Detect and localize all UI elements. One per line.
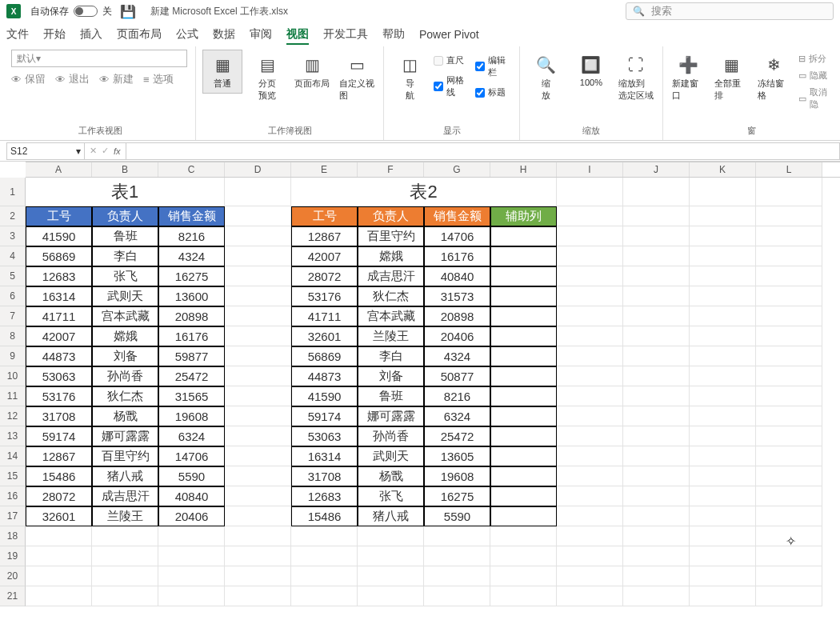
cancel-formula-icon[interactable]: ✕ (90, 146, 97, 156)
cell[interactable]: 12867 (291, 226, 358, 246)
cell[interactable] (623, 178, 690, 206)
cell[interactable] (225, 426, 291, 446)
cell[interactable] (92, 526, 158, 546)
cell[interactable] (623, 226, 690, 246)
cell[interactable] (225, 526, 291, 546)
cell[interactable] (557, 326, 623, 346)
split-button[interactable]: ⊟ 拆分 (798, 53, 834, 65)
cell[interactable]: 56869 (26, 246, 92, 266)
cell[interactable] (756, 546, 822, 566)
zoom-button[interactable]: 🔍缩 放 (526, 50, 566, 106)
cell[interactable]: 猪八戒 (92, 466, 158, 486)
cell[interactable]: 12683 (291, 486, 358, 506)
row-header-16[interactable]: 16 (0, 486, 26, 506)
cell[interactable]: 百里守约 (92, 446, 158, 466)
cell[interactable]: 娜可露露 (92, 426, 158, 446)
cell[interactable] (690, 426, 756, 446)
tab-powerpivot[interactable]: Power Pivot (419, 28, 479, 41)
cell[interactable] (756, 566, 822, 586)
table1-header[interactable]: 销售金额 (158, 206, 225, 226)
autosave-switch-icon[interactable] (74, 6, 98, 17)
cell[interactable] (225, 226, 291, 246)
cell[interactable] (557, 446, 623, 466)
cell[interactable]: 42007 (291, 246, 358, 266)
table1-header[interactable]: 工号 (26, 206, 92, 226)
cell[interactable] (756, 446, 822, 466)
cell[interactable]: 16176 (424, 246, 490, 266)
new-window-button[interactable]: ➕新建窗口 (670, 50, 708, 106)
cell[interactable] (291, 526, 358, 546)
cell[interactable] (26, 526, 92, 546)
cell[interactable] (557, 566, 623, 586)
cell[interactable] (557, 346, 623, 366)
cell[interactable] (225, 286, 291, 306)
row-header-1[interactable]: 1 (0, 178, 26, 206)
row-header-15[interactable]: 15 (0, 466, 26, 486)
cell[interactable]: 53176 (291, 286, 358, 306)
cell[interactable]: 8216 (158, 226, 225, 246)
search-input[interactable]: 🔍 搜索 (626, 2, 834, 20)
cell[interactable] (756, 346, 822, 366)
table2-header[interactable]: 工号 (291, 206, 358, 226)
cell[interactable] (756, 586, 822, 606)
cell[interactable] (557, 306, 623, 326)
cell[interactable] (557, 486, 623, 506)
tab-data[interactable]: 数据 (213, 27, 235, 42)
cell[interactable] (623, 466, 690, 486)
cell[interactable]: 41590 (26, 226, 92, 246)
cell[interactable] (225, 246, 291, 266)
cell[interactable] (424, 566, 490, 586)
table2-header[interactable]: 销售金额 (424, 206, 490, 226)
cell[interactable]: 兰陵王 (358, 326, 424, 346)
cell[interactable]: 张飞 (358, 486, 424, 506)
cell[interactable] (490, 266, 557, 286)
cell[interactable] (358, 546, 424, 566)
cell[interactable] (557, 526, 623, 546)
cell[interactable]: 32601 (291, 326, 358, 346)
cell[interactable] (690, 206, 756, 226)
cell[interactable] (490, 346, 557, 366)
cell[interactable] (26, 546, 92, 566)
cell[interactable] (291, 546, 358, 566)
cell[interactable]: 狄仁杰 (358, 286, 424, 306)
cell[interactable] (623, 386, 690, 406)
cell[interactable] (690, 246, 756, 266)
cell[interactable] (158, 566, 225, 586)
cell[interactable]: 杨戬 (358, 466, 424, 486)
column-header-E[interactable]: E (291, 162, 358, 177)
tab-file[interactable]: 文件 (6, 27, 29, 42)
cell[interactable]: 41711 (26, 306, 92, 326)
cell[interactable]: 41711 (291, 306, 358, 326)
cell[interactable] (756, 466, 822, 486)
cell[interactable] (225, 346, 291, 366)
cell[interactable] (92, 566, 158, 586)
cell[interactable] (26, 586, 92, 606)
cell[interactable] (158, 526, 225, 546)
tab-devtools[interactable]: 开发工具 (323, 27, 368, 42)
row-header-4[interactable]: 4 (0, 246, 26, 266)
cell[interactable]: 张飞 (92, 266, 158, 286)
cell[interactable] (623, 506, 690, 526)
cell[interactable] (623, 346, 690, 366)
cell[interactable] (490, 306, 557, 326)
cell[interactable]: 28072 (291, 266, 358, 286)
cell[interactable] (756, 266, 822, 286)
cell[interactable] (490, 466, 557, 486)
cell[interactable] (490, 406, 557, 426)
cell[interactable] (690, 546, 756, 566)
cell[interactable] (490, 426, 557, 446)
cell[interactable]: 20898 (158, 306, 225, 326)
cell[interactable]: 19608 (424, 466, 490, 486)
column-header-D[interactable]: D (225, 162, 291, 177)
row-header-5[interactable]: 5 (0, 266, 26, 286)
cell[interactable] (756, 246, 822, 266)
cell[interactable]: 猪八戒 (358, 506, 424, 526)
name-box[interactable]: S12 ▾ (6, 142, 85, 160)
cell[interactable] (690, 286, 756, 306)
cell[interactable] (225, 586, 291, 606)
tab-formulas[interactable]: 公式 (176, 27, 198, 42)
cell[interactable] (358, 586, 424, 606)
table2-title[interactable]: 表2 (291, 178, 557, 206)
column-header-H[interactable]: H (490, 162, 557, 177)
table1-title[interactable]: 表1 (26, 178, 225, 206)
